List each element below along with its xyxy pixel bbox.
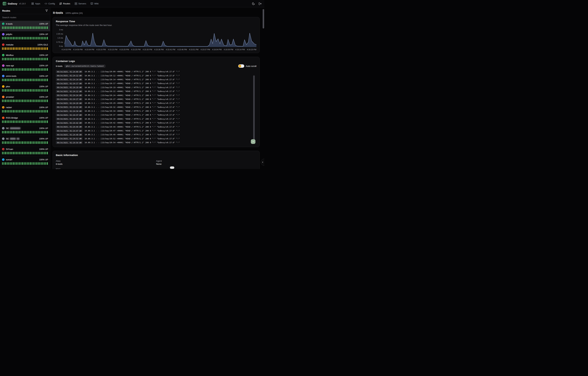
route-list-item[interactable]: omni-tools100% UP (0, 73, 50, 84)
uptime-bar (11, 162, 12, 165)
uptime-bar (16, 162, 17, 165)
x-tick-label: 4:14:59 PM (73, 49, 83, 51)
uptime-bar (5, 79, 6, 81)
uptime-bar (19, 79, 20, 81)
uptime-bar (27, 47, 28, 50)
uptime-bar (36, 152, 37, 154)
uptime-bar (24, 120, 25, 123)
theme-toggle-button[interactable] (252, 2, 255, 5)
uptime-bar (19, 47, 20, 50)
nav-item-routes[interactable]: Routes (59, 2, 70, 5)
route-list-item[interactable]: plex100% UP (0, 84, 50, 94)
uptime-bar (13, 152, 14, 154)
route-list-item[interactable]: SiYuan100% UP (0, 146, 50, 157)
nav-item-apps[interactable]: Apps (31, 2, 40, 5)
uptime-bar (44, 47, 45, 50)
uptime-bar (30, 79, 31, 81)
route-list-item[interactable]: SE100% UP (0, 125, 50, 136)
uptime-bar (21, 26, 21, 29)
uptime-bar (41, 141, 42, 144)
uptime-bar (11, 131, 12, 133)
log-message: 10.89.3.1 - - [13/Sep/20:44 +0000] "HEAD… (85, 126, 180, 128)
response-time-card: Response Time The average response time … (53, 17, 260, 53)
uptime-bar (30, 110, 31, 113)
route-name: SiYuan (6, 148, 13, 150)
chart-y-axis: 3 ms2.25 ms1.5 ms0.75 ms0 ms (56, 29, 64, 47)
route-list-item[interactable]: Miniflux100% UP (0, 52, 50, 63)
route-list-item[interactable]: jellyfin100% UP (0, 31, 50, 42)
y-tick-label: 0 ms (59, 45, 63, 47)
uptime-bar (18, 47, 18, 50)
route-list-item[interactable]: prowlarr100% UP (0, 94, 50, 104)
uptime-bar (10, 68, 11, 71)
uptime-bar (44, 37, 45, 39)
uptime-bar (30, 100, 31, 102)
uptime-bar (5, 58, 6, 60)
log-scrollbar-thumb[interactable] (253, 75, 255, 140)
route-list-item[interactable]: RSS-Bridge100% UP (0, 115, 50, 125)
uptime-bar (5, 110, 6, 113)
uptime-bar (2, 89, 3, 92)
route-list-item[interactable]: radarr100% UP (0, 104, 50, 115)
uptime-bar (19, 68, 20, 71)
uptime-bar (7, 120, 8, 123)
log-row: 09/14/2025, 01:24:24 AM10.89.3.1 - - [13… (56, 93, 257, 97)
uptime-bar (14, 68, 15, 71)
uptime-bar (33, 58, 34, 60)
uptime-bar (18, 141, 18, 144)
uptime-bars (2, 26, 48, 29)
log-row: 09/14/2025, 01:24:42 AM10.89.3.1 - - [13… (56, 121, 257, 125)
uptime-bar (27, 89, 28, 92)
uptime-bar (36, 58, 37, 60)
filter-button[interactable] (45, 10, 48, 12)
uptime-bar (16, 79, 17, 81)
uptime-bar (18, 100, 18, 102)
uptime-bar (24, 68, 25, 71)
route-name: jellyfin (6, 33, 12, 36)
x-tick-label: 4:15:25 PM (131, 49, 140, 51)
uptime-bar (21, 37, 21, 39)
nav-label: Config (48, 2, 55, 5)
uptime-bar (19, 162, 20, 165)
uptime-bar (32, 152, 32, 154)
uptime-bar (45, 162, 46, 165)
route-status: 100% UP (39, 127, 48, 130)
uptime-bar (19, 89, 20, 92)
uptime-bar (21, 89, 21, 92)
response-time-subtitle: The average response time of the route o… (56, 24, 257, 26)
uptime-bar (28, 26, 29, 29)
route-list-item[interactable]: SE100% UP (0, 136, 50, 146)
uptime-bar (42, 100, 43, 102)
nav-item-wiki[interactable]: Wiki (91, 2, 99, 5)
uptime-bar (39, 68, 40, 71)
route-list-item[interactable]: it-tools100% UP (0, 21, 50, 31)
nav-label: Routes (63, 2, 70, 5)
nav-item-config[interactable]: Config (45, 2, 55, 5)
uptime-bar (2, 131, 3, 133)
autoscroll-toggle[interactable] (238, 64, 244, 68)
logout-button[interactable] (259, 2, 262, 5)
sidebar-title: Routes (2, 10, 10, 12)
route-favicon (2, 137, 5, 140)
uptime-bar (33, 89, 34, 92)
page-scrollbar-thumb[interactable] (263, 9, 264, 29)
route-favicon (2, 75, 5, 77)
route-list-item[interactable]: new-api100% UP (0, 63, 50, 73)
uptime-bar (42, 68, 43, 71)
scroll-to-top-button[interactable] (251, 139, 255, 144)
uptime-bar (34, 89, 35, 92)
page-title: it-tools (53, 11, 63, 15)
route-list-item[interactable]: sonarr100% UP (0, 157, 50, 167)
log-row: 09/14/2025, 01:24:47 AM10.89.3.1 - - [13… (56, 129, 257, 133)
uptime-bar (28, 141, 29, 144)
log-message: 10.89.3.1 - - [13/Sep/20:09 +0000] "HEAD… (85, 71, 180, 73)
route-list-item[interactable]: metube100% IDLE (0, 42, 50, 52)
log-message: 10.89.3.1 - - [13/Sep/20:19 +0000] "HEAD… (85, 86, 180, 89)
uptime-bar (41, 58, 42, 60)
uptime-bar (18, 152, 18, 154)
uptime-bar (41, 162, 42, 165)
nav-item-servers[interactable]: Servers (75, 2, 86, 5)
uptime-bar (47, 152, 48, 154)
uptime-bar (7, 68, 8, 71)
search-input[interactable] (0, 14, 50, 21)
